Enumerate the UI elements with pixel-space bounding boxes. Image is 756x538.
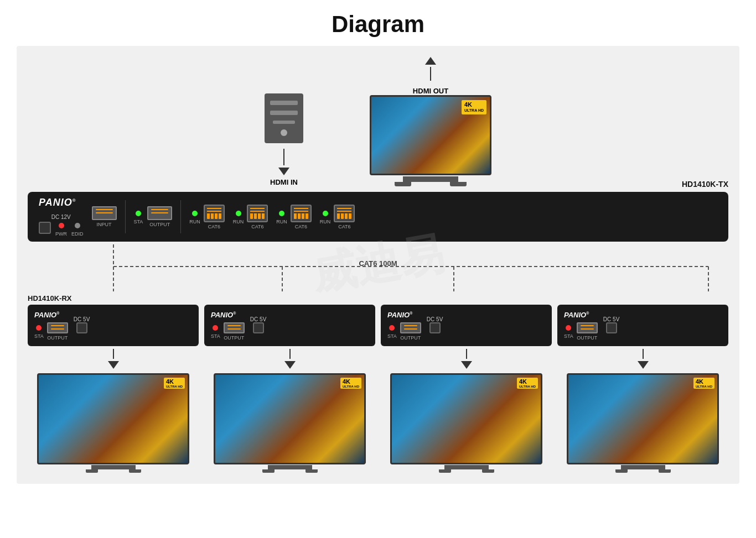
arrow-line-rx1 — [113, 349, 114, 359]
tv-rx3: 4K ULTRA HD — [390, 373, 542, 464]
dc-5v-rx4: DC 5V — [603, 316, 619, 322]
pwr-group: PWR — [55, 222, 67, 237]
edid-label: EDID — [71, 231, 84, 237]
power-port-group — [39, 222, 51, 235]
arrow-line-rx4 — [643, 349, 644, 359]
sta-output-group: STA OUTPUT — [134, 206, 173, 227]
run-led-3 — [279, 211, 284, 216]
run-label-2: RUN — [233, 219, 244, 224]
rx-unit-3: PANIO® STA OUTPUT DC 5V — [381, 305, 552, 346]
sta-rx3: STA — [387, 324, 397, 339]
sta-label-tx: STA — [134, 219, 143, 224]
sta-led-rx4 — [566, 325, 571, 331]
arrow-down-rx3 — [461, 361, 472, 369]
output-label-rx4: OUTPUT — [577, 335, 597, 341]
hdmi-in-arrow-line — [283, 149, 284, 165]
rx-unit-2: PANIO® STA OUTPUT DC 5V — [204, 305, 375, 346]
input-label: INPUT — [97, 222, 112, 227]
run-group-1: RUN — [189, 210, 200, 224]
tx-unit-label: HD1410K-TX — [682, 180, 728, 189]
power-jack — [39, 222, 51, 234]
output-hdmi-rx3 — [400, 322, 421, 333]
tv-stand-main — [403, 176, 458, 182]
dc-5v-rx2: DC 5V — [250, 316, 266, 322]
rj45-port-1 — [204, 205, 225, 222]
tv-feet-rx1 — [86, 469, 141, 473]
cat6-port-group-4: RUN CAT6 — [320, 205, 355, 229]
rj45-group-3: CAT6 — [291, 205, 312, 229]
panio-logo-rx2: PANIO® — [211, 311, 245, 319]
run-label-4: RUN — [320, 219, 331, 224]
dc-5v-rx3: DC 5V — [427, 316, 443, 322]
sta-led-rx2 — [213, 325, 218, 331]
arrow-down-rx4 — [638, 361, 649, 369]
edid-group: EDID — [71, 222, 84, 237]
cat6-label-3: CAT6 — [295, 224, 307, 229]
rx-section: HD1410K-RX PANIO® STA OUTPUT — [28, 294, 728, 473]
output-rx1: OUTPUT — [47, 322, 68, 341]
cat6-label-2: CAT6 — [251, 224, 263, 229]
pc-body — [265, 93, 303, 143]
output-label: OUTPUT — [149, 222, 170, 227]
tv-output: HDMI OUT 4K ULTRA HD — [370, 57, 491, 186]
rx-column-3: placeholder PANIO® STA OUTPUT — [381, 294, 552, 473]
diagram-container: HDMI IN HDMI OUT 4K ULTRA HD HD1410K — [17, 46, 739, 484]
tv-feet-rx2 — [262, 469, 318, 473]
run-group-3: RUN — [276, 210, 287, 224]
cat6-label-4: CAT6 — [338, 224, 350, 229]
tv-rx2: 4K ULTRA HD — [214, 373, 366, 464]
panio-logo-tx: PANIO® — [39, 197, 76, 208]
arrow-down-rx1 — [108, 361, 119, 369]
rx-unit-1: PANIO® STA OUTPUT DC 5V — [28, 305, 199, 346]
pc-slot2 — [270, 111, 298, 115]
run-label-1: RUN — [189, 219, 200, 224]
output-hdmi-rx2 — [224, 322, 245, 333]
output-label-rx3: OUTPUT — [400, 335, 421, 341]
sta-led-rx1 — [36, 325, 42, 331]
cat6-port-group-3: RUN CAT6 — [276, 205, 312, 229]
tv-feet-rx4 — [615, 469, 671, 473]
rj45-port-3 — [291, 205, 312, 222]
rx-column-1: HD1410K-RX PANIO® STA OUTPUT — [28, 294, 199, 473]
rj45-port-2 — [247, 205, 268, 222]
rj45-port-4 — [334, 205, 355, 222]
output-hdmi-rx1 — [47, 322, 68, 333]
output-port-group: OUTPUT — [147, 206, 172, 227]
hdmi-out-arrow — [425, 57, 436, 65]
cat6-ports-group: RUN CAT6 — [189, 205, 355, 229]
run-led-1 — [192, 211, 198, 216]
dc-5v-rx1: DC 5V — [74, 316, 90, 322]
dc-12v-label: DC 12V — [39, 214, 84, 220]
arrow-line-rx2 — [289, 349, 291, 359]
run-led-2 — [236, 211, 241, 216]
4k-badge-main: 4K ULTRA HD — [462, 100, 486, 114]
tv-feet-main — [395, 182, 467, 186]
sta-group-tx: STA — [134, 210, 143, 224]
tv-stand-rx1 — [91, 465, 136, 469]
4k-badge-rx2: 4K ULTRA HD — [340, 378, 361, 389]
pwr-label: PWR — [55, 231, 67, 237]
sta-led-rx3 — [389, 325, 395, 331]
run-label-3: RUN — [276, 219, 287, 224]
cat6-connection-area: CAT6 100M — [28, 244, 728, 291]
pc-button — [281, 129, 287, 136]
rj45-group-2: CAT6 — [247, 205, 268, 229]
sta-rx2: STA — [211, 324, 220, 339]
arrow-line-rx3 — [466, 349, 467, 359]
hdmi-in-arrow — [278, 168, 289, 175]
rj45-group-1: CAT6 — [204, 205, 225, 229]
panio-logo-rx4: PANIO® — [564, 311, 598, 319]
connection-lines-svg — [28, 244, 728, 291]
tv-stand-rx2 — [268, 465, 312, 469]
hdmi-out-label: HDMI OUT — [413, 87, 448, 95]
output-rx2: OUTPUT — [224, 322, 245, 341]
4k-badge-rx3: 4K ULTRA HD — [517, 378, 538, 389]
rj45-group-4: CAT6 — [334, 205, 355, 229]
tx-unit-wrapper: HD1410K-TX PANIO® DC 12V PWR — [28, 192, 728, 242]
top-section: HDMI IN HDMI OUT 4K ULTRA HD — [28, 57, 728, 186]
output-hdmi-rx4 — [577, 322, 598, 333]
sta-rx4: STA — [564, 324, 573, 339]
power-jack-rx4 — [606, 322, 617, 333]
tv-stand-rx4 — [621, 465, 665, 469]
4k-badge-rx1: 4K ULTRA HD — [164, 378, 185, 389]
